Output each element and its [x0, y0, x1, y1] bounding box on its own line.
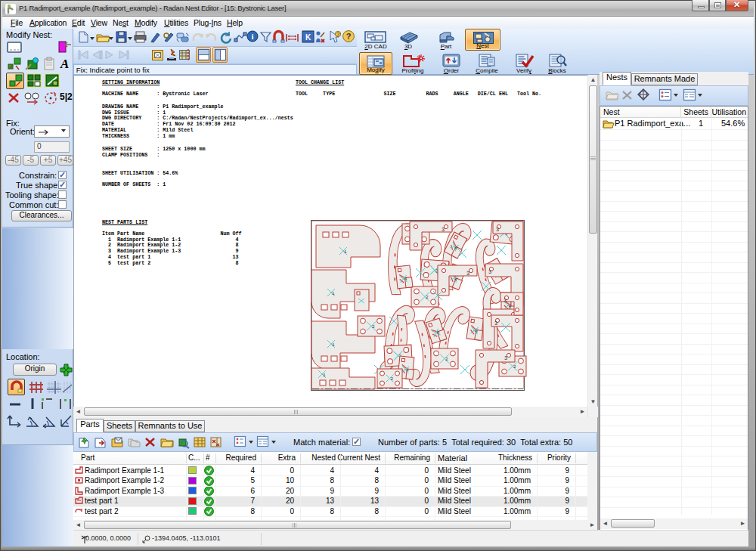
svg-text:2: 2	[391, 376, 394, 382]
svg-text:3: 3	[466, 271, 469, 277]
svg-text:2: 2	[445, 357, 448, 362]
svg-text:?: ?	[346, 32, 352, 41]
svg-text:1: 1	[332, 291, 335, 296]
svg-text:3: 3	[496, 227, 499, 233]
svg-text:1: 1	[344, 249, 347, 255]
svg-text:3: 3	[504, 355, 507, 361]
svg-text:i: i	[251, 32, 253, 41]
svg-text:2: 2	[426, 295, 429, 300]
svg-text:?: ?	[336, 32, 339, 37]
svg-text:3: 3	[503, 298, 507, 304]
svg-text:3: 3	[442, 227, 445, 233]
svg-text:2: 2	[372, 324, 375, 330]
svg-text:1: 1	[323, 373, 326, 378]
svg-text:1: 1	[332, 342, 335, 348]
svg-text:K: K	[305, 33, 311, 42]
svg-text:2: 2	[513, 364, 516, 370]
svg-text:3: 3	[488, 269, 491, 275]
svg-text:3: 3	[494, 320, 497, 327]
